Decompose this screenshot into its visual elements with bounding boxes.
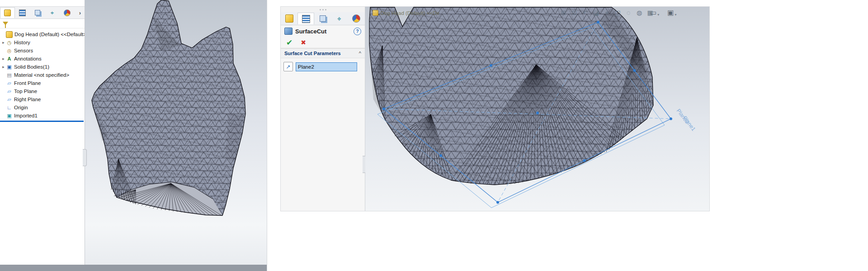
history-icon: ◷ [6, 39, 13, 46]
manager-tabstrip-right: ⌖ [281, 12, 365, 25]
tree-item-origin[interactable]: ∟ Origin [0, 103, 85, 112]
tree-filter-row [0, 19, 85, 28]
heads-up-toolbar: ⊞ ⊡ ↶ ◪ ⌖ ◫ ◌ ◍ ▦ [560, 9, 654, 17]
tab-displaymanager[interactable] [60, 7, 75, 18]
part-icon [285, 14, 293, 23]
cancel-button[interactable]: ✖ [301, 39, 306, 46]
panel-splitter-handle[interactable] [83, 149, 87, 166]
expand-arrow-icon[interactable]: ▸ [1, 56, 6, 61]
screen-display-icon[interactable]: ▣ ▾ [667, 9, 676, 17]
cut-plane-field[interactable]: Plane2 [296, 62, 357, 71]
part-icon [4, 9, 11, 16]
plane-icon: ▱ [6, 88, 13, 95]
sensors-icon: ◎ [6, 47, 13, 54]
tree-item-front-plane[interactable]: ▱ Front Plane [0, 79, 85, 87]
left-window-bottom-bar [0, 265, 267, 271]
tree-root-part[interactable]: Dog Head (Default) <<Default>_Displ [0, 30, 85, 38]
dimxpert-icon: ⌖ [51, 10, 54, 16]
panel-grip[interactable] [281, 7, 365, 12]
tab-dimxpertmanager[interactable]: ⌖ [45, 7, 60, 18]
viewport-corner-icons: ▭ ▾ ▣ ▾ [650, 9, 676, 17]
part-icon [6, 31, 13, 38]
tab-dimxpertmanager[interactable]: ⌖ [331, 13, 348, 24]
propertymanager-icon [302, 15, 310, 23]
tab-propertymanager[interactable] [15, 7, 30, 18]
expand-arrow-icon[interactable]: ▸ [1, 65, 6, 69]
chevron-down-icon: ▾ [657, 13, 659, 17]
solid-bodies-icon: ▣ [6, 64, 13, 70]
tab-propertymanager[interactable] [297, 13, 314, 24]
expand-arrow-icon[interactable]: ▸ [1, 40, 6, 45]
flip-direction-button[interactable]: ↗ [283, 62, 293, 71]
manager-tabstrip: ⌖ › [0, 6, 85, 19]
display-style-icon[interactable]: ◫ [614, 9, 621, 17]
ok-button[interactable]: ✔ [286, 39, 292, 47]
help-icon[interactable]: ? [354, 28, 361, 35]
origin-icon: ∟ [6, 104, 13, 111]
tree-item-imported1[interactable]: ▣ Imported1 [0, 112, 85, 120]
plane-icon: ▱ [6, 96, 13, 103]
part-icon [373, 10, 378, 16]
tabstrip-overflow-chevron[interactable]: › [75, 7, 85, 18]
hide-show-icon[interactable]: ◌ [625, 9, 632, 17]
viewport-overlay-title: Dog Head (Default) <<De [373, 10, 439, 16]
tree-item-annotations[interactable]: ▸ A Annotations [0, 55, 85, 63]
section-view-icon[interactable]: ◪ [592, 9, 599, 17]
surfacecut-icon [284, 28, 292, 35]
plane-icon: ▱ [6, 80, 13, 87]
rollback-bar[interactable] [0, 121, 84, 122]
property-manager-panel: ⌖ SurfaceCut ? ✔ ✖ Surface Cut Parameter… [281, 7, 365, 211]
right-viewport[interactable]: Plane2 Plane1 Dog Head (Default) <<De ⊞ … [365, 7, 709, 211]
tab-configurationmanager[interactable] [30, 7, 45, 18]
displaymanager-icon [352, 14, 360, 23]
tab-displaymanager[interactable] [348, 13, 364, 24]
zoom-area-icon[interactable]: ⊡ [571, 9, 578, 17]
propertymanager-icon [19, 9, 26, 16]
imported-body-icon: ▣ [6, 112, 13, 119]
view-orientation-icon[interactable]: ⌖ [603, 9, 610, 17]
feature-tree: Dog Head (Default) <<Default>_Displ ▸ ◷ … [0, 30, 85, 120]
tab-configurationmanager[interactable] [314, 13, 331, 24]
surface-cut-parameters-section[interactable]: Surface Cut Parameters ^ [281, 48, 365, 58]
previous-view-icon[interactable]: ↶ [581, 9, 589, 17]
screenshot-root: ⌖ › Dog Head (Default) <<Default>_Displ … [0, 0, 868, 271]
dimxpert-icon: ⌖ [337, 16, 341, 22]
annotations-icon: A [6, 56, 13, 62]
left-solidworks-window: ⌖ › Dog Head (Default) <<Default>_Displ … [0, 0, 267, 271]
configurations-icon [35, 10, 40, 15]
filter-icon[interactable] [3, 22, 8, 25]
feature-manager-panel: ⌖ › Dog Head (Default) <<Default>_Displ … [0, 0, 85, 265]
displaymanager-icon [64, 9, 71, 16]
render-display-icon[interactable]: ▭ ▾ [650, 9, 659, 17]
material-icon: ▤ [6, 72, 13, 79]
section-title: Surface Cut Parameters [284, 51, 341, 56]
tree-item-top-plane[interactable]: ▱ Top Plane [0, 87, 85, 95]
tab-featuremanager[interactable] [0, 7, 15, 18]
configurations-icon [320, 15, 326, 22]
tree-item-right-plane[interactable]: ▱ Right Plane [0, 95, 85, 103]
tree-item-sensors[interactable]: ◎ Sensors [0, 47, 85, 55]
tab-featuremanager[interactable] [281, 13, 297, 24]
tree-item-history[interactable]: ▸ ◷ History [0, 38, 85, 47]
tree-item-solid-bodies[interactable]: ▸ ▣ Solid Bodies(1) [0, 63, 85, 71]
property-manager-title: SurfaceCut [295, 28, 326, 35]
edit-appearance-icon[interactable]: ◍ [636, 9, 643, 17]
tree-item-material[interactable]: ▤ Material <not specified> [0, 71, 85, 79]
collapse-chevron-icon[interactable]: ^ [359, 51, 361, 56]
zoom-fit-icon[interactable]: ⊞ [560, 9, 567, 17]
chevron-down-icon: ▾ [675, 13, 676, 17]
right-solidworks-window: ⌖ SurfaceCut ? ✔ ✖ Surface Cut Parameter… [280, 6, 710, 211]
